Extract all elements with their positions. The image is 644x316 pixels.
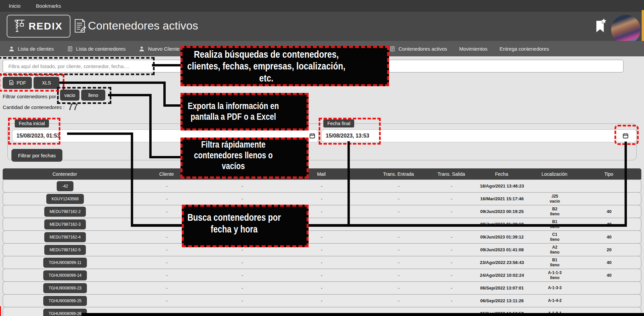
cell-trans-salida: - xyxy=(432,260,471,265)
cell-fecha: 09/Jun/2023 01:39:12 xyxy=(471,234,533,240)
container-pill[interactable]: TGHU9008099-23 xyxy=(43,283,87,293)
column-header-localizacion[interactable]: Localización xyxy=(533,171,576,177)
cell-localizacion: A2lleno xyxy=(533,245,577,255)
cell-trans-entrada: - xyxy=(365,234,432,240)
cell-mail: - xyxy=(278,183,365,189)
cell-mail: - xyxy=(278,260,365,265)
cell-cliente: - xyxy=(127,273,207,278)
cell-trans-entrada: - xyxy=(365,247,432,252)
app-header: REDIX Contenedores activos xyxy=(0,12,644,41)
cell-trans-salida: - xyxy=(432,209,471,214)
cell-fecha: 23/Ago/2022 23:56:43 xyxy=(471,260,533,265)
bottom-edge-bar xyxy=(82,313,644,316)
connector-line xyxy=(347,141,350,226)
nav-label: Lista de clientes xyxy=(18,46,54,52)
count-label: Cantidad de contenedores : xyxy=(3,104,64,110)
cell-trans-entrada: - xyxy=(365,209,432,214)
container-pill[interactable]: MEDU7987162-5 xyxy=(44,245,86,255)
nav-item-entrega-contenedores[interactable]: Entrega contenedores xyxy=(499,46,549,52)
table-row: MEDU7987162-2 - - - - - 09/Jun/2023 00:1… xyxy=(3,205,641,218)
topbar-item-inicio[interactable]: Inicio xyxy=(9,3,20,9)
cell-trans-entrada: - xyxy=(365,285,432,291)
container-pill[interactable]: MEDU7987162-4 xyxy=(44,232,86,242)
container-pill[interactable]: -42 xyxy=(57,181,73,191)
page-title: Contenedores activos xyxy=(88,19,198,32)
container-pill[interactable]: TGHU9008099-26 xyxy=(43,309,87,316)
container-pill[interactable]: TGHU9008099-25 xyxy=(43,296,87,306)
annotation-frame-search xyxy=(0,57,155,75)
nav-item-lista-de-contenedores[interactable]: Lista de contenedores xyxy=(67,46,126,52)
column-header-tipo[interactable]: Tipo xyxy=(576,171,641,177)
logo-text: REDIX xyxy=(29,20,63,32)
cell-trans-entrada: - xyxy=(365,260,432,265)
cell-mail: - xyxy=(278,298,365,303)
nav-label: Movimientos xyxy=(459,46,487,52)
column-header-trans-salida[interactable]: Trans. Salida xyxy=(432,171,471,177)
connector-line xyxy=(67,133,133,135)
callout-filter: Filtra rápidamente contenedores llenos o… xyxy=(180,138,309,178)
nav-label: Entrega contenedores xyxy=(499,46,549,52)
cell-mail: - xyxy=(278,196,365,201)
table-row: TGHU9008099-11 - - - - - 23/Ago/2022 23:… xyxy=(3,256,641,269)
cell-cliente: - xyxy=(127,285,207,291)
container-pill[interactable]: KGUY1243568 xyxy=(46,194,84,204)
cell-col3: - xyxy=(207,298,278,303)
table-row: KGUY1243568 - - - - - 16/Mar/2021 15:17:… xyxy=(3,192,641,205)
cell-localizacion: B2lleno xyxy=(533,207,577,216)
app-screen: Inicio Bookmarks xyxy=(0,0,644,316)
document-icon xyxy=(67,46,73,52)
container-pill[interactable]: TGHU9008099-11 xyxy=(43,258,87,268)
table-row: -42 - - - - - 18/Ago/2021 13:46:23 xyxy=(3,179,641,193)
browser-topbar: Inicio Bookmarks xyxy=(0,0,644,12)
avatar[interactable] xyxy=(611,15,641,44)
nav-item-lista-de-clientes[interactable]: Lista de clientes xyxy=(9,46,54,52)
redix-logo[interactable]: REDIX xyxy=(7,15,70,38)
container-pill[interactable]: TGHU9008099-14 xyxy=(43,270,87,280)
column-header-trans-entrada[interactable]: Trans. Entrada xyxy=(365,171,432,177)
table-row: TGHU9008099-23 - - - - - 06/Sep/2022 13:… xyxy=(3,281,641,295)
annotation-frame-export xyxy=(0,74,64,92)
callout-dates: Busca contenedores por fecha y hora xyxy=(182,205,309,247)
cell-mail: - xyxy=(278,285,365,291)
cell-trans-salida: - xyxy=(432,298,471,303)
nav-label: Contenedores activos xyxy=(398,46,447,52)
column-header-contenedor[interactable]: Contenedor xyxy=(3,171,127,177)
container-pill[interactable]: MEDU7987162-3 xyxy=(44,219,86,229)
page-title-icon xyxy=(73,18,87,35)
nav-item-contenedores-activos[interactable]: Contenedores activos xyxy=(390,46,447,52)
cell-cliente: - xyxy=(127,247,207,252)
connector-line xyxy=(149,156,182,158)
container-pill[interactable]: MEDU7987162-2 xyxy=(44,207,86,217)
cell-fecha: 24/Ago/2022 10:02:24 xyxy=(471,273,533,278)
table-row: MEDU7987162-4 - - - - - 09/Jun/2023 01:3… xyxy=(3,230,641,244)
callout-search: Realiza búsquedas de contenedores, clien… xyxy=(180,46,389,86)
nav-item-nuevo-cliente[interactable]: Nuevo Cliente xyxy=(139,46,179,52)
cell-trans-salida: - xyxy=(432,247,471,252)
cell-trans-salida: - xyxy=(432,183,471,189)
cell-tipo: 40 xyxy=(577,273,642,278)
topbar-item-bookmarks[interactable]: Bookmarks xyxy=(36,3,61,9)
filtrar-por-fechas-button[interactable]: Filtrar por fechas xyxy=(11,149,62,162)
cell-trans-entrada: - xyxy=(365,298,432,303)
cell-cliente: - xyxy=(127,196,207,201)
cell-col3: - xyxy=(207,247,278,252)
person-icon xyxy=(139,46,145,52)
bookmark-star-icon[interactable] xyxy=(595,17,607,36)
connector-line xyxy=(149,94,152,158)
column-header-fecha[interactable]: Fecha xyxy=(471,171,533,177)
cell-localizacion: A-1-4-2 xyxy=(533,298,577,303)
connector-line xyxy=(152,64,182,66)
nav-item-movimientos[interactable]: Movimientos xyxy=(459,46,487,52)
connector-line xyxy=(625,142,627,226)
person-icon xyxy=(9,46,14,52)
calendar-icon[interactable] xyxy=(309,133,315,140)
cell-fecha: 09/Jun/2023 01:41:08 xyxy=(471,247,533,252)
cell-tipo: 40 xyxy=(577,209,642,214)
cell-tipo: 40 xyxy=(577,260,642,265)
cell-col3: - xyxy=(207,273,278,278)
annotation-frame-fecha-inicial xyxy=(8,118,60,145)
cell-trans-entrada: - xyxy=(365,196,432,201)
cell-mail: - xyxy=(278,247,365,252)
cell-fecha: 16/Mar/2021 15:17:46 xyxy=(471,196,533,201)
table-row: TGHU9008099-25 - - - - - 06/Sep/2022 13:… xyxy=(3,294,641,307)
